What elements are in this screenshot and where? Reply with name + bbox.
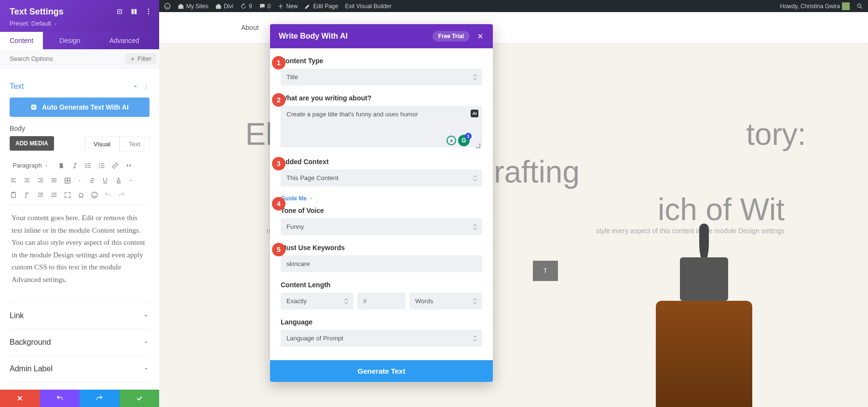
my-sites-link[interactable]: My Sites — [177, 3, 208, 10]
step-badge-1: 1 — [272, 56, 285, 70]
more-icon[interactable] — [145, 8, 152, 15]
underline-icon[interactable] — [101, 177, 109, 184]
rte-tab-text[interactable]: Text — [120, 136, 149, 152]
text-color-icon[interactable] — [115, 177, 122, 184]
omega-icon[interactable] — [77, 191, 85, 199]
tab-advanced[interactable]: Advanced — [100, 32, 149, 49]
svg-rect-45 — [54, 195, 57, 195]
free-trial-badge[interactable]: Free Trial — [433, 31, 470, 42]
list-ol-icon[interactable]: 123 — [98, 162, 106, 169]
options-dots-icon[interactable] — [143, 83, 149, 90]
outdent-icon[interactable] — [37, 191, 44, 199]
clear-format-icon[interactable] — [23, 191, 31, 199]
expand-icon[interactable] — [116, 8, 123, 15]
undo-footer-button[interactable] — [40, 390, 80, 407]
tone-select[interactable]: Funny — [281, 218, 482, 235]
quote-icon[interactable] — [125, 162, 133, 169]
undo-icon[interactable] — [104, 191, 112, 199]
body-field-label: Body — [10, 125, 149, 132]
site-switch[interactable]: Divi — [215, 3, 233, 10]
auto-generate-button[interactable]: AI Auto Generate Text With AI — [10, 98, 149, 117]
hero-cta-button[interactable]: T — [533, 261, 558, 281]
length-mode-select[interactable]: Exactly — [281, 293, 353, 309]
save-button[interactable] — [120, 390, 160, 407]
fullscreen-icon[interactable] — [64, 191, 71, 199]
length-number-input[interactable] — [357, 293, 406, 309]
generate-text-button[interactable]: Generate Text — [270, 360, 493, 382]
sidebar-header: Text Settings Preset: Default — [0, 0, 159, 32]
admin-label-accordion[interactable]: Admin Label — [10, 356, 149, 382]
svg-rect-29 — [25, 178, 30, 179]
content-type-select[interactable]: Title — [281, 69, 482, 85]
rte-content-area[interactable]: Your content goes here. Edit or remove t… — [10, 205, 149, 293]
preset-dropdown[interactable]: Preset: Default — [10, 20, 149, 27]
search-admin-icon[interactable] — [856, 3, 863, 10]
wp-logo[interactable] — [164, 3, 171, 10]
grammarly-icon[interactable]: G — [458, 135, 470, 146]
redo-footer-button[interactable] — [80, 390, 120, 407]
svg-rect-30 — [26, 180, 29, 181]
length-unit-select[interactable]: Words — [409, 293, 482, 309]
svg-rect-31 — [25, 182, 30, 182]
comments-link[interactable]: 0 — [259, 3, 271, 10]
search-options-input[interactable] — [10, 55, 120, 62]
tab-content[interactable]: Content — [0, 32, 43, 49]
emoji-icon[interactable] — [91, 191, 98, 199]
howdy-user[interactable]: Howdy, Christina Gwira — [780, 2, 850, 10]
list-ul-icon[interactable] — [84, 162, 92, 169]
cancel-button[interactable] — [0, 390, 40, 407]
indent-icon[interactable] — [50, 191, 58, 199]
align-right-icon[interactable] — [37, 177, 44, 184]
grammarly-add-icon[interactable]: + — [447, 136, 456, 145]
svg-text:AI: AI — [32, 105, 36, 109]
keywords-input[interactable] — [281, 255, 482, 272]
rte-tab-visual[interactable]: Visual — [84, 136, 120, 152]
ai-suggest-icon[interactable]: AI — [471, 110, 478, 117]
redo-icon[interactable] — [118, 191, 125, 199]
context-select[interactable]: This Page Content — [281, 169, 482, 186]
guide-me-link[interactable]: Guide Me — [281, 195, 482, 202]
resize-handle-icon[interactable] — [475, 143, 480, 148]
table-icon[interactable] — [64, 177, 71, 184]
hero-section: ElXXXXXXXXXXXXXXXXXXXXXXXtory: Crafting … — [159, 43, 868, 407]
svg-rect-42 — [40, 195, 43, 195]
svg-point-1 — [857, 4, 861, 7]
text-accordion-header[interactable]: Text — [10, 75, 149, 98]
svg-rect-17 — [87, 165, 91, 166]
filter-button[interactable]: Filter — [125, 53, 156, 64]
exit-visual-builder-link[interactable]: Exit Visual Builder — [345, 3, 392, 10]
chevron-down-icon — [143, 312, 149, 319]
nav-about[interactable]: About — [241, 24, 259, 31]
layout-icon[interactable] — [130, 8, 138, 15]
paste-icon[interactable] — [10, 191, 17, 199]
updates-link[interactable]: 9 — [240, 3, 252, 10]
edit-page-link[interactable]: Edit Page — [304, 3, 338, 10]
language-select[interactable]: Language of Prompt — [281, 330, 482, 347]
background-accordion[interactable]: Background — [10, 329, 149, 356]
svg-rect-27 — [11, 180, 14, 181]
align-left-icon[interactable] — [10, 177, 17, 184]
link-icon[interactable] — [111, 162, 119, 169]
add-media-button[interactable]: ADD MEDIA — [10, 136, 54, 151]
italic-icon[interactable] — [71, 162, 79, 169]
svg-rect-41 — [38, 193, 43, 193]
svg-point-48 — [93, 194, 94, 195]
sidebar-tabs: Content Design Advanced — [0, 32, 159, 49]
context-label: Added Context — [281, 158, 482, 166]
bold-icon[interactable] — [57, 162, 65, 169]
rte-toolbar: Paragraph 123 — [10, 155, 149, 205]
strike-icon[interactable] — [88, 177, 95, 184]
format-dropdown[interactable]: Paragraph — [10, 161, 52, 170]
tab-design[interactable]: Design — [50, 32, 90, 49]
svg-rect-37 — [52, 182, 57, 182]
close-icon[interactable] — [476, 32, 484, 40]
align-center-icon[interactable] — [23, 177, 31, 184]
new-link[interactable]: New — [277, 3, 298, 10]
link-accordion[interactable]: Link — [10, 303, 149, 329]
align-justify-icon[interactable] — [50, 177, 58, 184]
svg-point-3 — [119, 11, 121, 13]
svg-point-6 — [148, 9, 149, 10]
grammarly-widget[interactable]: + G — [447, 135, 470, 146]
svg-point-8 — [148, 13, 149, 14]
wp-admin-bar: My Sites Divi 9 0 New Edit Page Exit Vis… — [159, 0, 868, 12]
